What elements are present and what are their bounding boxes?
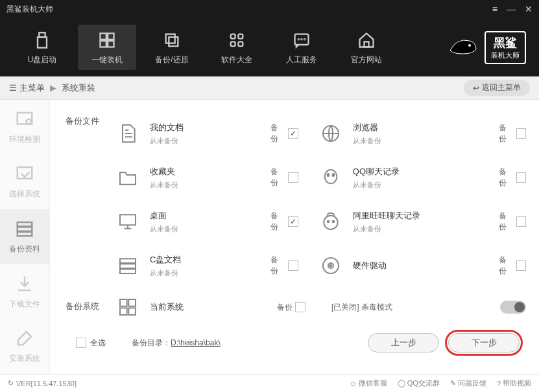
folder-icon xyxy=(115,165,141,190)
virus-mode-label: [已关闭] 杀毒模式 xyxy=(331,302,392,313)
svg-rect-18 xyxy=(18,113,32,124)
svg-rect-34 xyxy=(120,269,136,273)
backup-checkbox-desktop[interactable]: 备份✓ xyxy=(270,211,298,233)
breadcrumb-current: 系统重装 xyxy=(62,82,95,94)
svg-point-15 xyxy=(304,39,305,40)
prev-button[interactable]: 上一步 xyxy=(368,333,439,352)
svg-point-25 xyxy=(324,170,337,183)
backup-checkbox-favs[interactable]: 备份 xyxy=(270,167,298,189)
disk-icon xyxy=(318,253,344,279)
menu-icon[interactable]: ≡ xyxy=(492,4,497,14)
brand-logo: 黑鲨 装机大师 xyxy=(447,31,526,64)
svg-rect-33 xyxy=(120,264,136,268)
svg-rect-11 xyxy=(238,41,243,46)
footer: ↻ VER[11.5.47.1530] ☺ 微信客服 ◯ QQ交流群 ✎ 问题反… xyxy=(0,374,539,392)
step-sidebar: 环境检测 选择系统 备份资料 下载文件 安装系统 xyxy=(0,100,50,374)
svg-point-19 xyxy=(27,119,32,124)
svg-rect-3 xyxy=(108,33,114,39)
svg-rect-28 xyxy=(120,214,136,225)
minimize-icon[interactable]: — xyxy=(507,4,516,14)
svg-rect-1 xyxy=(38,37,47,47)
svg-rect-6 xyxy=(166,34,175,43)
backup-items-grid: 我的文档从未备份 备份✓ 浏览器从未备份 备份 收藏夹从未备份 备份 QQ聊 xyxy=(115,111,526,288)
nav-one-click-install[interactable]: 一键装机 xyxy=(78,25,136,70)
usb-icon xyxy=(32,30,53,51)
nav-website[interactable]: 官方网站 xyxy=(337,25,396,70)
monitor-icon xyxy=(115,209,141,235)
backup-dir: 备份目录：D:\heisha\bak\ xyxy=(132,338,221,349)
svg-rect-22 xyxy=(18,227,32,231)
footer-qq-group[interactable]: ◯ QQ交流群 xyxy=(398,378,440,388)
svg-point-27 xyxy=(332,174,334,176)
main-area: 环境检测 选择系统 备份资料 下载文件 安装系统 备份文件 我的文档从未备份 xyxy=(0,100,539,374)
qq-icon xyxy=(318,165,344,190)
home-icon xyxy=(356,30,377,51)
svg-point-29 xyxy=(324,216,337,229)
breadcrumb: ☰ 主菜单 ▶ 系统重装 ↩ 返回主菜单 xyxy=(0,76,539,100)
svg-rect-39 xyxy=(128,299,136,306)
app-name: 黑鲨装机大师 xyxy=(6,4,53,15)
backup-checkbox-hardware[interactable]: 备份 xyxy=(499,255,526,277)
svg-rect-5 xyxy=(108,41,114,47)
svg-point-14 xyxy=(301,39,302,40)
svg-rect-9 xyxy=(238,34,243,38)
select-all-checkbox[interactable]: 全选 xyxy=(76,338,106,349)
nav-usb-boot[interactable]: U盘启动 xyxy=(13,25,71,70)
svg-rect-7 xyxy=(169,37,178,46)
backup-checkbox-qq[interactable]: 备份 xyxy=(499,167,526,189)
backup-dir-link[interactable]: D:\heisha\bak\ xyxy=(171,338,221,347)
content-panel: 备份文件 我的文档从未备份 备份✓ 浏览器从未备份 备份 收藏夹从未备 xyxy=(50,100,539,374)
svg-point-31 xyxy=(332,221,334,223)
section-backup-files: 备份文件 xyxy=(66,115,99,127)
step-backup-data[interactable]: 备份资料 xyxy=(0,209,49,264)
svg-rect-2 xyxy=(101,33,106,39)
step-install-system[interactable]: 安装系统 xyxy=(0,319,49,374)
chevron-right-icon: ▶ xyxy=(50,83,56,93)
list-icon: ☰ xyxy=(9,83,17,93)
svg-rect-10 xyxy=(231,41,235,46)
backup-checkbox-system[interactable]: 备份 xyxy=(277,302,305,313)
nav-support[interactable]: 人工服务 xyxy=(272,25,331,70)
nav-software[interactable]: 软件大全 xyxy=(208,25,266,70)
footer-feedback[interactable]: ✎ 问题反馈 xyxy=(450,378,486,388)
breadcrumb-root[interactable]: 主菜单 xyxy=(19,82,45,94)
server-icon xyxy=(115,253,141,279)
step-env-check[interactable]: 环境检测 xyxy=(0,100,49,155)
footer-wechat[interactable]: ☺ 微信客服 xyxy=(350,378,387,388)
step-download-files[interactable]: 下载文件 xyxy=(0,264,49,319)
svg-point-26 xyxy=(327,174,329,176)
svg-rect-21 xyxy=(18,222,32,226)
backup-checkbox-browsers[interactable]: 备份 xyxy=(499,122,526,144)
step-select-system[interactable]: 选择系统 xyxy=(0,155,49,210)
copy-icon xyxy=(162,30,182,51)
back-to-main-button[interactable]: ↩ 返回主菜单 xyxy=(464,80,530,96)
apps-icon xyxy=(226,30,247,51)
refresh-icon[interactable]: ↻ xyxy=(8,379,14,387)
svg-rect-41 xyxy=(128,308,136,315)
chat-icon xyxy=(291,30,312,51)
virus-mode-toggle[interactable] xyxy=(500,301,526,314)
nav-backup-restore[interactable]: 备份/还原 xyxy=(143,25,201,70)
close-icon[interactable]: ✕ xyxy=(525,4,533,14)
svg-point-13 xyxy=(298,39,299,40)
svg-point-37 xyxy=(329,265,331,267)
svg-rect-16 xyxy=(365,41,369,47)
backup-checkbox-aliww[interactable]: 备份 xyxy=(499,211,526,233)
titlebar: 黑鲨装机大师 ≡ — ✕ xyxy=(0,0,539,18)
window-controls: ≡ — ✕ xyxy=(492,4,533,14)
svg-rect-40 xyxy=(120,308,127,315)
backup-checkbox-docs[interactable]: 备份✓ xyxy=(270,122,298,144)
aliww-icon xyxy=(318,209,344,235)
windows-sys-icon xyxy=(115,294,141,320)
svg-rect-38 xyxy=(120,299,127,306)
svg-point-30 xyxy=(327,221,329,223)
footer-help[interactable]: ? 帮助视频 xyxy=(497,378,531,388)
svg-point-17 xyxy=(468,44,471,47)
next-button[interactable]: 下一步 xyxy=(448,333,520,352)
svg-rect-23 xyxy=(18,232,32,236)
svg-rect-8 xyxy=(231,34,235,38)
document-icon xyxy=(115,121,141,146)
top-nav: U盘启动 一键装机 备份/还原 软件大全 人工服务 官方网站 黑鲨 装机大师 xyxy=(0,18,539,76)
backup-checkbox-cdisk[interactable]: 备份 xyxy=(270,255,298,277)
back-arrow-icon: ↩ xyxy=(473,84,479,93)
